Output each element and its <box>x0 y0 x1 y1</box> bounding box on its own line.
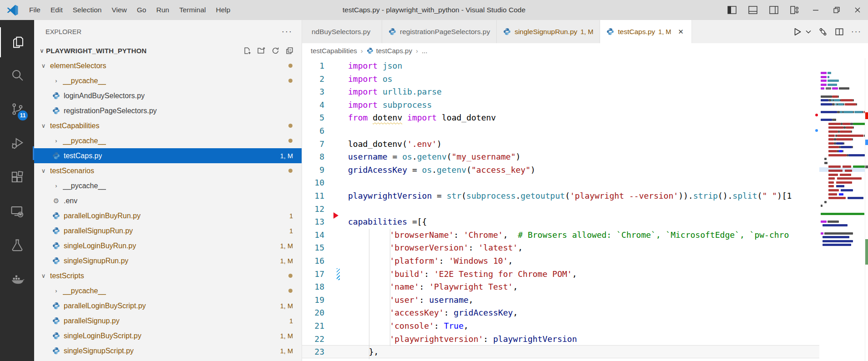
tree-item-singleloginbuyscript-py[interactable]: singleLoginBuyScript.py1, M <box>34 328 302 343</box>
code-line-7[interactable]: load_dotenv('.env') <box>348 138 442 151</box>
line-number[interactable]: 12 <box>302 203 331 216</box>
testing-icon[interactable] <box>0 231 34 261</box>
new-file-icon[interactable] <box>243 47 251 55</box>
new-folder-icon[interactable] <box>257 47 265 55</box>
menu-view[interactable]: View <box>106 6 131 14</box>
minimize-button[interactable] <box>805 0 826 20</box>
line-number[interactable]: 15 <box>302 241 331 255</box>
tree-item-singlesignupscript-py[interactable]: singleSignupScript.py1, M <box>34 343 302 358</box>
docker-icon[interactable] <box>0 265 34 295</box>
tree-item-singlesignuprun-py[interactable]: singleSignupRun.py1, M <box>34 253 302 268</box>
line-number[interactable]: 18 <box>302 281 331 294</box>
code-line-9[interactable]: gridAcessKey = os.getenv("access_key") <box>348 164 535 177</box>
remote-explorer-icon[interactable] <box>0 196 34 226</box>
tree-item--pycache-[interactable]: ›__pycache__ <box>34 133 302 148</box>
line-number[interactable]: 8 <box>302 150 331 164</box>
extensions-icon[interactable] <box>0 162 34 192</box>
tree-item--pycache-[interactable]: ›__pycache__ <box>34 73 302 88</box>
breadcrumb-item[interactable]: ... <box>422 47 428 55</box>
workspace-root-row[interactable]: ∨ PLAYWRIGHT_WITH_PYTHON <box>34 43 302 58</box>
tab-close-icon[interactable]: ✕ <box>676 27 685 36</box>
tree-item-testscenarios[interactable]: ∨testScenarios <box>34 163 302 178</box>
line-number[interactable]: 21 <box>302 320 331 333</box>
code-line-2[interactable]: import os <box>348 73 393 86</box>
tree-item-testscripts[interactable]: ∨testScripts <box>34 268 302 283</box>
overview-ruler[interactable] <box>865 58 868 361</box>
collapse-folders-icon[interactable] <box>286 47 293 55</box>
code-line-13[interactable]: capabilities =[{ <box>348 216 427 229</box>
customize-layout-icon[interactable] <box>784 0 805 20</box>
search-icon[interactable] <box>0 60 34 90</box>
line-number[interactable]: 14 <box>302 229 331 242</box>
minimap[interactable] <box>819 58 865 361</box>
tab-registrationpageselectors-py[interactable]: registrationPageSelectors.py <box>382 20 497 43</box>
toggle-secondary-sidebar-icon[interactable] <box>763 0 784 20</box>
code-line-4[interactable]: import subprocess <box>348 99 432 112</box>
line-number[interactable]: 11 <box>302 190 331 203</box>
line-number[interactable]: 16 <box>302 255 331 268</box>
line-number[interactable]: 13 <box>302 216 331 229</box>
tab-singlesignuprun-py[interactable]: singleSignupRun.py1, M <box>497 20 600 43</box>
line-number[interactable]: 4 <box>302 99 331 112</box>
code-line-17[interactable]: 'build': 'E2E Testing for Chrome POM', <box>348 268 577 281</box>
tree-item--pycache-[interactable]: ›__pycache__ <box>34 178 302 193</box>
refresh-icon[interactable] <box>272 47 279 55</box>
close-button[interactable] <box>847 0 868 20</box>
line-number[interactable]: 23 <box>302 346 331 359</box>
breadcrumb-item[interactable]: testCaps.py <box>367 47 412 55</box>
code-line-18[interactable]: 'name': 'Playwright Test', <box>348 281 518 294</box>
code-line-21[interactable]: 'console': True, <box>348 320 469 333</box>
code-line-8[interactable]: username = os.getenv("my_username") <box>348 150 520 164</box>
menu-selection[interactable]: Selection <box>68 6 107 14</box>
toggle-panel-icon[interactable] <box>742 0 763 20</box>
code-line-22[interactable]: 'playwrightversion': playwrightVersion <box>348 333 577 346</box>
toggle-primary-sidebar-icon[interactable] <box>722 0 742 20</box>
tab-ndbuyselectors-py[interactable]: ndBuySelectors.py <box>302 20 382 43</box>
code-line-11[interactable]: playwrightVersion = str(subprocess.getou… <box>348 190 792 203</box>
code-line-19[interactable]: 'user': username, <box>348 294 474 307</box>
menu-file[interactable]: File <box>24 6 45 14</box>
menu-terminal[interactable]: Terminal <box>174 6 211 14</box>
tree-item-parallelsignuprun-py[interactable]: parallelSignupRun.py1 <box>34 223 302 238</box>
line-number[interactable]: 7 <box>302 138 331 151</box>
code-line-1[interactable]: import json <box>348 60 402 73</box>
code-line-23[interactable]: }, <box>348 346 378 359</box>
tree-item-testcaps-py[interactable]: testCaps.py1, M <box>34 148 302 163</box>
open-changes-icon[interactable] <box>818 27 828 36</box>
line-number[interactable]: 6 <box>302 125 331 138</box>
source-control-icon[interactable]: 11 <box>0 94 34 124</box>
line-number[interactable]: 19 <box>302 294 331 307</box>
menu-edit[interactable]: Edit <box>45 6 68 14</box>
line-number[interactable]: 17 <box>302 268 331 281</box>
code-line-20[interactable]: 'accessKey': gridAcessKey, <box>348 306 518 320</box>
tree-item--env[interactable]: ⚙.env <box>34 193 302 208</box>
more-actions-icon[interactable]: ··· <box>851 27 862 36</box>
tree-item-parallelloginbuyscript-py[interactable]: parallelLoginBuyScript.py1, M <box>34 298 302 313</box>
line-number[interactable]: 1 <box>302 60 331 73</box>
tree-item-parallelloginbuyrun-py[interactable]: parallelLoginBuyRun.py1 <box>34 208 302 223</box>
tree-item-elementselectors[interactable]: ∨elementSelectors <box>34 58 302 73</box>
tree-item-registrationpageselectors-py[interactable]: registrationPageSelectors.py <box>34 103 302 118</box>
code-line-15[interactable]: 'browserVersion': 'latest', <box>348 241 523 255</box>
code-line-3[interactable]: import urllib.parse <box>348 85 442 99</box>
tab-testcaps-py[interactable]: testCaps.py1, M✕ <box>600 20 692 43</box>
tree-item-testcapabilities[interactable]: ∨testCapabilities <box>34 118 302 133</box>
run-and-debug-icon[interactable] <box>0 128 34 158</box>
breadcrumb-item[interactable]: testCapabilities <box>311 47 357 55</box>
explorer-icon[interactable] <box>0 27 35 57</box>
split-editor-icon[interactable] <box>835 27 844 36</box>
tree-item-parallelsignup-py[interactable]: parallelSignup.py1 <box>34 313 302 328</box>
line-number[interactable]: 2 <box>302 73 331 86</box>
code-line-5[interactable]: from dotenv import load_dotenv <box>348 111 496 125</box>
code-editor[interactable]: 1234567891011121314151617181920212223 im… <box>302 58 868 361</box>
tree-item--pycache-[interactable]: ›__pycache__ <box>34 283 302 298</box>
menu-help[interactable]: Help <box>211 6 236 14</box>
code-line-14[interactable]: 'browserName': 'Chrome', # Browsers allo… <box>348 229 789 242</box>
line-number[interactable]: 20 <box>302 306 331 320</box>
tree-item-loginandbuyselectors-py[interactable]: loginAndBuySelectors.py <box>34 88 302 103</box>
line-number[interactable]: 10 <box>302 176 331 190</box>
line-number[interactable]: 9 <box>302 164 331 177</box>
explorer-more-actions-icon[interactable]: ··· <box>279 27 295 36</box>
tree-item-singleloginbuyrun-py[interactable]: singleLoginBuyRun.py1, M <box>34 238 302 253</box>
line-number[interactable]: 5 <box>302 111 331 125</box>
